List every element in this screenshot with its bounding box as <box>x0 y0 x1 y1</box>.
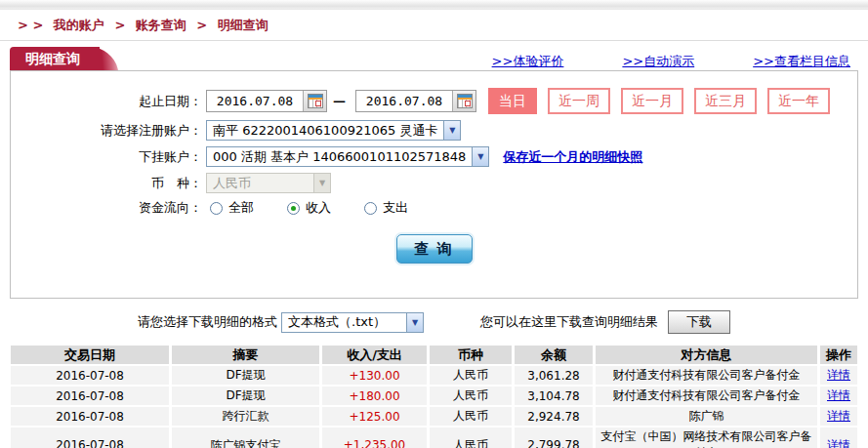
date-from-calendar-button[interactable] <box>303 91 326 111</box>
header-income-expense: 收入/支出 <box>322 346 427 364</box>
download-format-select[interactable]: 文本格式（.txt） <box>281 312 424 333</box>
cell-counterparty: 财付通支付科技有限公司客户备付金 <box>596 366 817 385</box>
registered-account-value: 南平 6222001406100921065 灵通卡 <box>207 122 443 140</box>
flow-option-label: 支出 <box>383 199 408 217</box>
dropdown-arrow-icon[interactable] <box>443 121 460 140</box>
cell-amount: +125.00 <box>322 407 427 426</box>
currency-value: 人民币 <box>207 175 313 192</box>
sub-account-select[interactable]: 000 活期 基本户 1406600101102571848 <box>206 146 489 167</box>
cell-counterparty: 陈广锦 <box>596 407 817 426</box>
cell-trade-date: 2016-07-08 <box>11 366 169 385</box>
cell-balance: 3,061.28 <box>515 366 593 385</box>
date-range-label: 起止日期： <box>11 93 202 110</box>
breadcrumb-item-account-query[interactable]: 账务查询 <box>136 18 186 32</box>
header-currency: 币种 <box>430 346 512 364</box>
dropdown-arrow-icon <box>313 174 330 192</box>
quick-button-last-week[interactable]: 近一周 <box>548 88 610 114</box>
cell-counterparty: 财付通支付科技有限公司客户备付金 <box>596 387 817 405</box>
link-view-column-info[interactable]: >>查看栏目信息 <box>753 53 850 70</box>
date-to-calendar-button[interactable] <box>452 91 475 111</box>
detail-link[interactable]: 详情 <box>827 438 850 448</box>
table-row: 2016-07-08 陈广锦支付宝 +1,235.00 人民币 2,799.78… <box>11 428 857 448</box>
date-to-input[interactable]: 2016.07.08 <box>355 90 476 112</box>
link-experience-rating[interactable]: >>体验评价 <box>492 53 564 70</box>
download-button[interactable]: 下载 <box>668 310 730 334</box>
cell-currency: 人民币 <box>430 407 512 426</box>
cell-balance: 2,924.78 <box>515 407 593 426</box>
detail-link[interactable]: 详情 <box>827 368 850 382</box>
sub-account-value: 000 活期 基本户 1406600101102571848 <box>207 148 472 166</box>
dropdown-arrow-icon[interactable] <box>472 147 488 166</box>
currency-row: 币 种： 人民币 <box>11 173 857 193</box>
date-to-value: 2016.07.08 <box>356 94 452 108</box>
cell-trade-date: 2016-07-08 <box>11 407 169 426</box>
header-summary: 摘要 <box>172 346 319 364</box>
breadcrumb-prefix: > > <box>18 18 43 32</box>
header-balance: 余额 <box>515 346 593 364</box>
radio-icon[interactable] <box>210 202 223 215</box>
save-month-snapshot-link[interactable]: 保存近一个月的明细快照 <box>503 148 642 166</box>
cell-currency: 人民币 <box>430 428 512 448</box>
flow-radio-all[interactable]: 全部 <box>210 199 254 217</box>
currency-select: 人民币 <box>206 173 331 193</box>
registered-account-row: 请选择注册账户： 南平 6222001406100921065 灵通卡 <box>11 120 857 141</box>
breadcrumb-separator: > <box>114 18 125 32</box>
download-format-label: 请您选择下载明细的格式 <box>138 313 277 331</box>
cell-balance: 3,104.78 <box>515 387 593 405</box>
flow-radio-expense[interactable]: 支出 <box>364 199 408 217</box>
cell-summary: DF提现 <box>172 387 319 405</box>
quick-range-buttons: 当日 近一周 近一月 近三月 近一年 <box>488 88 830 114</box>
cell-currency: 人民币 <box>430 387 512 405</box>
radio-checked-icon[interactable] <box>287 202 300 215</box>
fund-flow-row: 资金流向： 全部 收入 支出 <box>11 199 857 217</box>
download-result-label: 您可以在这里下载查询明细结果 <box>480 313 658 331</box>
detail-link[interactable]: 详情 <box>827 388 850 402</box>
flow-radio-income[interactable]: 收入 <box>287 199 331 217</box>
cell-currency: 人民币 <box>430 366 512 385</box>
breadcrumb-divider <box>0 40 868 41</box>
breadcrumb: > > 我的账户 > 账务查询 > 明细查询 <box>0 10 868 40</box>
quick-button-last-month[interactable]: 近一月 <box>621 88 683 114</box>
calendar-icon <box>308 94 323 108</box>
query-button[interactable]: 查 询 <box>396 234 473 264</box>
flow-option-label: 全部 <box>228 199 254 217</box>
detail-link[interactable]: 详情 <box>827 409 850 423</box>
cell-balance: 2,799.78 <box>515 428 593 448</box>
dropdown-arrow-icon[interactable] <box>406 313 423 332</box>
quick-button-today[interactable]: 当日 <box>488 88 537 114</box>
cell-summary: 跨行汇款 <box>172 407 319 426</box>
cell-counterparty: 支付宝（中国）网络技术有限公司客户备付金 <box>596 428 817 448</box>
date-from-input[interactable]: 2016.07.08 <box>206 90 327 112</box>
tab-detail-query[interactable]: 明细查询 <box>10 47 100 70</box>
quick-button-last-quarter[interactable]: 近三月 <box>694 88 757 114</box>
breadcrumb-item-detail-query[interactable]: 明细查询 <box>218 18 269 32</box>
fund-flow-label: 资金流向： <box>11 199 202 217</box>
cell-trade-date: 2016-07-08 <box>11 428 169 448</box>
table-header-row: 交易日期 摘要 收入/支出 币种 余额 对方信息 操作 <box>11 346 857 364</box>
table-row: 2016-07-08 跨行汇款 +125.00 人民币 2,924.78 陈广锦… <box>11 407 857 426</box>
breadcrumb-item-my-account[interactable]: 我的账户 <box>54 18 104 32</box>
cell-summary: 陈广锦支付宝 <box>172 428 319 448</box>
sub-account-row: 下挂账户： 000 活期 基本户 1406600101102571848 保存近… <box>11 146 857 167</box>
cell-amount: +130.00 <box>322 366 427 385</box>
table-row: 2016-07-08 DF提现 +130.00 人民币 3,061.28 财付通… <box>11 366 857 385</box>
registered-account-select[interactable]: 南平 6222001406100921065 灵通卡 <box>206 120 461 141</box>
date-range-row: 起止日期： 2016.07.08 — 2016.07.08 当日 近一周 近一月… <box>11 88 857 114</box>
download-format-value: 文本格式（.txt） <box>282 313 406 331</box>
quick-button-last-year[interactable]: 近一年 <box>767 88 830 114</box>
link-auto-demo[interactable]: >>自动演示 <box>622 53 694 70</box>
radio-icon[interactable] <box>364 202 377 215</box>
cell-trade-date: 2016-07-08 <box>11 387 169 405</box>
header-counterparty: 对方信息 <box>596 346 817 364</box>
currency-label: 币 种： <box>11 175 202 192</box>
transaction-table: 交易日期 摘要 收入/支出 币种 余额 对方信息 操作 2016-07-08 D… <box>8 344 860 448</box>
window-top-strip <box>0 0 868 10</box>
table-row: 2016-07-08 DF提现 +180.00 人民币 3,104.78 财付通… <box>11 387 857 405</box>
breadcrumb-separator: > <box>196 18 207 32</box>
query-form-panel: 起止日期： 2016.07.08 — 2016.07.08 当日 近一周 近一月… <box>10 70 858 299</box>
download-row: 请您选择下载明细的格式 文本格式（.txt） 您可以在这里下载查询明细结果 下载 <box>0 309 868 335</box>
cell-summary: DF提现 <box>172 366 319 385</box>
cell-amount: +1,235.00 <box>322 428 427 448</box>
header-operation: 操作 <box>820 346 857 364</box>
tab-bar: 明细查询 >>体验评价 >>自动演示 >>查看栏目信息 <box>10 47 858 70</box>
